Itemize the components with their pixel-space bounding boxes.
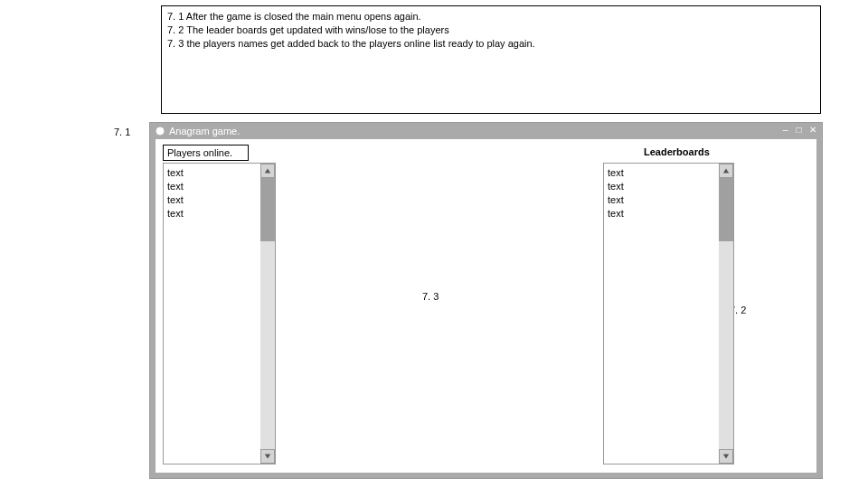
scroll-up-icon[interactable] [719,164,733,178]
description-line: 7. 2 The leader boards get updated with … [167,23,815,37]
svg-marker-3 [723,169,729,174]
players-list-panel: text text text text [163,163,276,465]
leaderboards-list-panel: text text text text [603,163,734,465]
list-item[interactable]: text [167,193,271,207]
list-item[interactable]: text [167,166,271,180]
scroll-thumb[interactable] [719,178,733,241]
leaderboards-label: Leaderboards [644,146,710,157]
close-button[interactable]: ✕ [807,125,818,136]
scroll-track[interactable] [260,241,275,449]
description-line: 7. 3 the players names get added back to… [167,37,815,51]
app-window: Anagram game. – □ ✕ Players online. 7. 3… [149,122,823,479]
list-item[interactable]: text [167,207,271,221]
window-controls: – □ ✕ [779,125,818,136]
leaderboards-list-content: text text text text [604,164,733,222]
window-title: Anagram game. [169,126,240,136]
scroll-thumb[interactable] [260,178,275,241]
list-item[interactable]: text [608,193,730,207]
description-line: 7. 1 After the game is closed the main m… [167,10,815,23]
client-area: Players online. 7. 3 text text text text… [156,139,816,473]
players-list-content: text text text text [164,164,275,222]
list-item[interactable]: text [608,207,730,221]
scroll-down-icon[interactable] [260,449,275,464]
svg-marker-2 [265,455,270,459]
svg-marker-4 [723,455,729,459]
scroll-track[interactable] [719,241,733,449]
titlebar[interactable]: Anagram game. – □ ✕ [150,123,822,139]
scroll-up-icon[interactable] [260,164,275,178]
list-item[interactable]: text [608,166,730,180]
description-box: 7. 1 After the game is closed the main m… [161,5,821,114]
list-item[interactable]: text [608,180,730,193]
players-scrollbar[interactable] [260,164,275,464]
annotation-73: 7. 3 [422,291,439,302]
minimize-button[interactable]: – [779,125,791,136]
annotation-71: 7. 1 [114,127,130,137]
maximize-button[interactable]: □ [793,125,805,136]
svg-point-0 [156,127,164,135]
app-icon [156,127,165,136]
scroll-down-icon[interactable] [719,449,733,464]
list-item[interactable]: text [167,180,271,193]
leaderboards-scrollbar[interactable] [719,164,733,464]
players-online-header: Players online. [163,145,249,161]
svg-marker-1 [265,169,270,174]
